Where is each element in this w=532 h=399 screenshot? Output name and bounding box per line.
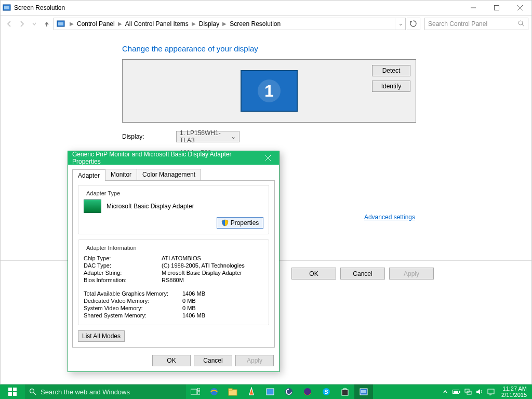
search-icon <box>518 20 525 27</box>
taskbar-apps: S <box>186 384 373 399</box>
tray-overflow-icon[interactable] <box>441 388 449 396</box>
vlc-icon[interactable] <box>242 384 261 399</box>
apply-button: Apply <box>389 268 434 280</box>
cancel-button[interactable]: Cancel <box>340 268 385 280</box>
list-all-modes-button[interactable]: List All Modes <box>78 330 125 342</box>
breadcrumb-separator-icon: ▶ <box>190 21 198 26</box>
dialog-close-button[interactable] <box>261 153 275 163</box>
info-key: DAC Type: <box>84 262 162 269</box>
dialog-ok-button[interactable]: OK <box>152 355 191 366</box>
breadcrumb-display[interactable]: Display <box>198 20 220 28</box>
clock-time: 11:27 AM <box>501 385 527 392</box>
close-button[interactable] <box>508 1 531 15</box>
svg-line-17 <box>34 393 36 395</box>
svg-rect-20 <box>197 392 200 394</box>
firefox-icon[interactable] <box>298 384 317 399</box>
adapter-name: Microsoft Basic Display Adapter <box>107 203 194 210</box>
svg-rect-19 <box>197 388 200 391</box>
maximize-button[interactable] <box>485 1 508 15</box>
file-explorer-icon[interactable] <box>223 384 242 399</box>
detect-button[interactable]: Detect <box>372 65 410 76</box>
clock-date: 2/11/2015 <box>501 392 527 398</box>
svg-point-8 <box>518 21 523 25</box>
svg-rect-24 <box>267 389 274 395</box>
svg-rect-22 <box>229 390 237 395</box>
dialog-tabs: Adapter Monitor Color Management <box>72 169 275 180</box>
svg-point-16 <box>30 389 34 393</box>
adapter-type-title: Adapter Type <box>85 190 122 196</box>
store-icon[interactable] <box>336 384 354 399</box>
svg-rect-33 <box>459 391 460 393</box>
svg-rect-13 <box>13 388 17 391</box>
display-preview[interactable]: 1 Detect Identify <box>122 59 416 123</box>
ok-button[interactable]: OK <box>291 268 336 280</box>
ie-icon[interactable] <box>205 384 223 399</box>
taskbar: Search the web and Windows S 11:27 AM 2/… <box>0 384 532 399</box>
uac-shield-icon <box>221 219 229 227</box>
breadcrumb-screen-resolution[interactable]: Screen Resolution <box>229 20 282 28</box>
forward-button[interactable] <box>16 18 28 30</box>
search-input[interactable]: Search Control Panel <box>424 18 528 30</box>
start-button[interactable] <box>0 384 25 399</box>
app-icon[interactable] <box>261 384 280 399</box>
info-value: (C) 1988-2005, ATI Technologies <box>162 262 245 269</box>
adapter-card-icon <box>84 200 101 213</box>
taskbar-search-placeholder: Search the web and Windows <box>41 388 130 396</box>
recent-dropdown[interactable] <box>29 18 40 30</box>
app-icon[interactable] <box>280 384 298 399</box>
dialog-cancel-button[interactable]: Cancel <box>194 355 232 366</box>
window-title: Screen Resolution <box>14 4 65 11</box>
clock[interactable]: 11:27 AM 2/11/2015 <box>498 385 530 398</box>
svg-line-9 <box>522 24 524 26</box>
navbar: ▶ Control Panel ▶ All Control Panel Item… <box>1 15 531 32</box>
address-dropdown[interactable]: ⌄ <box>395 18 405 30</box>
tab-color-management[interactable]: Color Management <box>137 169 201 180</box>
display-select[interactable]: 1. LP156WH1-TLA3⌄ <box>176 131 240 142</box>
taskview-icon[interactable] <box>186 384 205 399</box>
battery-icon[interactable] <box>453 388 461 396</box>
tab-adapter-pane: Adapter Type Microsoft Basic Display Ada… <box>72 180 275 348</box>
info-value: ATI ATOMBIOS <box>162 255 201 261</box>
svg-rect-37 <box>488 389 494 394</box>
info-key: Adapter String: <box>84 270 162 276</box>
back-button[interactable] <box>4 18 15 30</box>
tab-adapter[interactable]: Adapter <box>72 169 105 181</box>
adapter-properties-button[interactable]: Properties <box>217 217 263 229</box>
minimize-button[interactable] <box>461 1 485 15</box>
monitor-icon[interactable]: 1 <box>241 70 298 112</box>
tab-monitor[interactable]: Monitor <box>105 169 137 180</box>
network-icon[interactable] <box>464 388 472 396</box>
svg-rect-12 <box>8 388 12 391</box>
taskbar-search-input[interactable]: Search the web and Windows <box>25 384 186 399</box>
adapter-info-title: Adapter Information <box>85 245 138 251</box>
info-key: Dedicated Video Memory: <box>84 298 182 304</box>
info-key: Shared System Memory: <box>84 312 182 318</box>
dialog-titlebar: Generic PnP Monitor and Microsoft Basic … <box>68 151 279 165</box>
address-bar[interactable]: ▶ Control Panel ▶ All Control Panel Item… <box>54 18 406 30</box>
skype-icon[interactable]: S <box>317 384 336 399</box>
identify-button[interactable]: Identify <box>372 81 410 92</box>
up-button[interactable] <box>41 18 52 30</box>
info-value: 1406 MB <box>182 290 205 297</box>
svg-rect-31 <box>361 390 366 393</box>
info-key: Bios Information: <box>84 277 162 283</box>
adapter-properties-dialog: Generic PnP Monitor and Microsoft Basic … <box>68 151 280 372</box>
breadcrumb-separator-icon: ▶ <box>220 21 229 26</box>
refresh-button[interactable] <box>407 18 420 30</box>
dialog-title: Generic PnP Monitor and Microsoft Basic … <box>72 151 261 165</box>
breadcrumb-control-panel[interactable]: Control Panel <box>76 20 116 28</box>
control-panel-icon[interactable] <box>354 384 373 399</box>
volume-icon[interactable] <box>475 388 484 396</box>
action-center-icon[interactable] <box>487 388 495 396</box>
svg-rect-15 <box>13 392 17 396</box>
breadcrumb-all-items[interactable]: All Control Panel Items <box>124 20 190 28</box>
info-key: Total Available Graphics Memory: <box>84 290 182 297</box>
system-tray: 11:27 AM 2/11/2015 <box>439 384 532 399</box>
display-label: Display: <box>122 133 176 140</box>
svg-rect-14 <box>8 392 12 396</box>
page-heading: Change the appearance of your display <box>122 44 416 53</box>
svg-rect-34 <box>454 391 458 393</box>
info-value: 0 MB <box>182 305 196 311</box>
advanced-settings-link[interactable]: Advanced settings <box>364 214 415 221</box>
window-icon <box>3 4 11 12</box>
